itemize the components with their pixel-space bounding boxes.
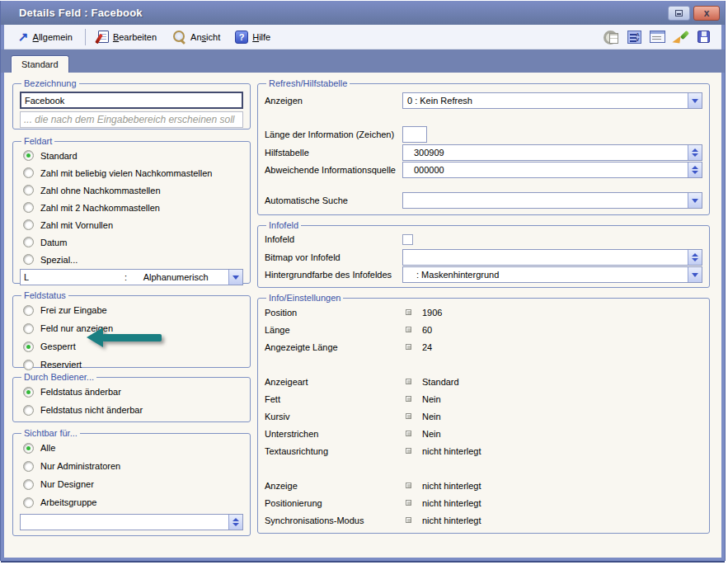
radio-icon[interactable]	[23, 150, 34, 161]
spinner-updown-icon[interactable]	[688, 145, 702, 160]
radio-option-reserviert[interactable]: Reserviert	[20, 355, 243, 374]
menu-allgemein[interactable]: ↗ Allgemein	[12, 29, 78, 45]
arbeitsgruppe-spinner-field[interactable]	[20, 514, 243, 530]
radio-option-standard[interactable]: Standard	[20, 147, 243, 164]
menu-ansicht[interactable]: Ansicht	[166, 27, 226, 46]
radio-option-zahl-beliebig[interactable]: Zahl mit beliebig vielen Nachkommastelle…	[20, 164, 243, 181]
radio-option-gesperrt[interactable]: Gesperrt	[20, 337, 243, 355]
paintbrush-button[interactable]	[670, 28, 690, 46]
radio-icon[interactable]	[23, 443, 34, 454]
bitmap-spinner-field[interactable]	[402, 249, 702, 266]
chevron-down-icon[interactable]	[688, 267, 702, 282]
radio-icon[interactable]	[23, 405, 34, 416]
chevron-down-icon[interactable]	[688, 193, 702, 208]
sort-az-button[interactable]	[624, 28, 644, 46]
chevron-down-icon[interactable]	[228, 270, 242, 285]
group-infofeld: Infofeld Infofeld Bitmap vor Infofeld Hi…	[257, 220, 710, 288]
save-icon	[697, 31, 710, 43]
group-info-einstellungen: Info/Einstellungen Position 1906 Länge 6…	[257, 293, 710, 534]
titlebar[interactable]: Details Feld : Facebook x	[1, 1, 725, 25]
radio-icon[interactable]	[23, 202, 34, 213]
infofeld-checkbox-row: Infofeld	[265, 232, 702, 247]
radio-icon[interactable]	[23, 497, 34, 508]
anzeigen-value: 0 : Kein Refresh	[403, 93, 688, 108]
info-row-textausrichtung: Textausrichtung nicht hinterlegt	[265, 442, 702, 459]
radio-option-zahl-ohne[interactable]: Zahl ohne Nachkommastellen	[20, 181, 243, 199]
radio-icon[interactable]	[23, 323, 34, 334]
info-label: Anzeige	[265, 481, 406, 491]
hilfstabelle-value: 300909	[403, 145, 688, 160]
radio-option-nur-designer[interactable]: Nur Designer	[20, 475, 243, 493]
anzeigen-label: Anzeigen	[265, 96, 402, 106]
radio-option-feldstatus-aenderbar[interactable]: Feldstatus änderbar	[20, 383, 243, 401]
paintbrush-icon	[673, 31, 688, 44]
radio-icon[interactable]	[23, 479, 34, 490]
info-spacer	[265, 355, 702, 373]
radio-option-alle[interactable]: Alle	[20, 439, 243, 457]
info-row-positionierung: Positionierung nicht hinterlegt	[265, 494, 702, 511]
chevron-down-icon[interactable]	[688, 93, 702, 108]
info-value: nicht hinterlegt	[422, 481, 481, 491]
laenge-information-input[interactable]	[402, 126, 427, 143]
menu-bearbeiten[interactable]: Bearbeiten	[92, 28, 162, 45]
stamp-log-button[interactable]	[601, 28, 621, 46]
info-row-unterstrichen: Unterstrichen Nein	[265, 425, 702, 442]
radio-option-vornullen[interactable]: Zahl mit Vornullen	[20, 216, 243, 233]
window-form-button[interactable]	[647, 28, 667, 46]
menu-hilfe[interactable]: ? Hilfe	[229, 28, 276, 46]
bitmap-row: Bitmap vor Infofeld	[265, 249, 702, 266]
radio-option-zahl-2[interactable]: Zahl mit 2 Nachkommastellen	[20, 199, 243, 216]
magnifier-icon	[171, 30, 186, 44]
square-bullet-icon	[406, 500, 411, 506]
anzeigen-row: Anzeigen 0 : Kein Refresh	[265, 92, 702, 109]
radio-icon[interactable]	[23, 237, 34, 247]
automatische-suche-combobox[interactable]	[402, 192, 702, 209]
info-value: nicht hinterlegt	[422, 498, 481, 508]
spinner-updown-icon[interactable]	[228, 515, 242, 530]
radio-icon[interactable]	[23, 254, 34, 265]
radio-option-nur-administratoren[interactable]: Nur Administratoren	[20, 457, 243, 475]
feldart-type-combobox[interactable]: L : Alphanumerisch	[20, 269, 243, 285]
info-row-fett: Fett Nein	[265, 390, 702, 407]
hilfstabelle-spinner-field[interactable]: 300909	[402, 144, 702, 161]
radio-option-frei-zur-eingabe[interactable]: Frei zur Eingabe	[20, 301, 243, 319]
radio-label: Feldstatus nicht änderbar	[40, 405, 143, 415]
stamp-log-icon	[604, 31, 618, 44]
spinner-updown-icon[interactable]	[688, 250, 702, 265]
radio-option-feldstatus-nicht-aenderbar[interactable]: Feldstatus nicht änderbar	[20, 401, 243, 419]
radio-icon[interactable]	[23, 305, 34, 316]
dialog-content: Bezeichnung Feldart Standard Zahl mit be…	[4, 73, 721, 536]
menubar: ↗ Allgemein Bearbeiten Ansicht ? Hilfe	[4, 25, 721, 49]
radio-icon[interactable]	[23, 461, 34, 472]
info-label: Kursiv	[265, 412, 406, 421]
radio-icon[interactable]	[23, 387, 34, 398]
tab-strip: Standard	[1, 49, 725, 73]
arbeitsgruppe-value	[21, 515, 228, 530]
save-button[interactable]	[693, 28, 713, 46]
radio-option-arbeitsgruppe[interactable]: Arbeitsgruppe	[20, 493, 243, 511]
left-column: Bezeichnung Feldart Standard Zahl mit be…	[12, 78, 251, 536]
info-label: Unterstrichen	[265, 429, 406, 439]
hintergrundfarbe-combobox[interactable]: : Maskenhintergrund	[402, 266, 702, 283]
radio-icon[interactable]	[23, 360, 34, 370]
radio-icon[interactable]	[23, 185, 34, 195]
radio-icon[interactable]	[23, 219, 34, 230]
infofeld-checkbox[interactable]	[402, 234, 413, 245]
minimize-button[interactable]	[668, 6, 690, 21]
radio-option-feld-nur-anzeigen[interactable]: Feld nur anzeigen	[20, 319, 243, 337]
close-button[interactable]: x	[693, 6, 720, 21]
group-feldstatus: Feldstatus Frei zur Eingabe Feld nur anz…	[12, 290, 251, 368]
info-value: Standard	[422, 377, 459, 387]
radio-icon[interactable]	[23, 167, 34, 178]
hilfstabelle-label: Hilfstabelle	[265, 148, 402, 158]
tab-standard[interactable]: Standard	[11, 55, 69, 73]
spinner-updown-icon[interactable]	[688, 162, 702, 177]
bezeichnung-input[interactable]	[20, 92, 243, 109]
radio-option-datum[interactable]: Datum	[20, 233, 243, 251]
bezeichnung-hint-input[interactable]	[20, 111, 243, 128]
radio-option-spezial[interactable]: Spezial...	[20, 251, 243, 268]
abweichende-quelle-label: Abweichende Informationsquelle	[265, 165, 402, 175]
abweichende-quelle-spinner-field[interactable]: 000000	[402, 162, 702, 178]
radio-icon[interactable]	[23, 341, 34, 352]
anzeigen-combobox[interactable]: 0 : Kein Refresh	[402, 92, 702, 109]
